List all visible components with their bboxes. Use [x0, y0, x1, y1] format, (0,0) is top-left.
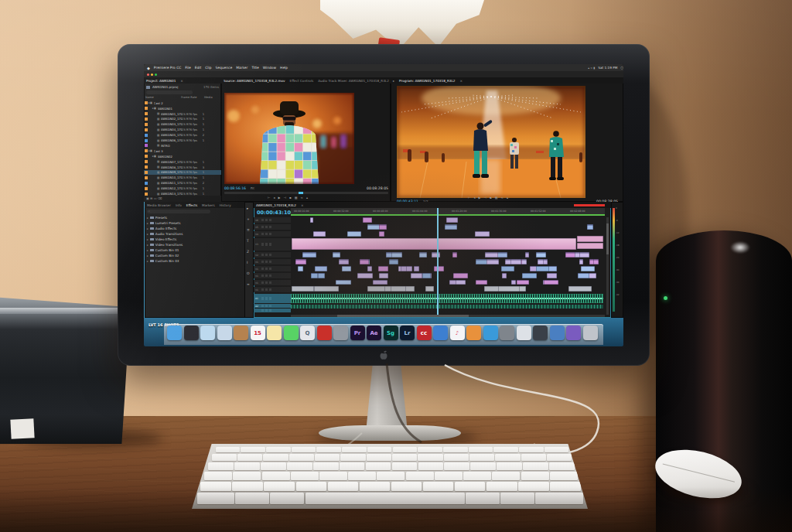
keyboard-key[interactable]: [313, 462, 339, 470]
keyboard-key[interactable]: [470, 462, 496, 470]
keyboard-key[interactable]: [340, 454, 365, 461]
keyboard-key[interactable]: [435, 472, 463, 480]
keyboard-key[interactable]: [208, 462, 234, 470]
keyboard-key[interactable]: [289, 454, 314, 461]
keyboard-key[interactable]: [497, 462, 522, 470]
keyboard-key[interactable]: [493, 447, 518, 452]
keyboard-key[interactable]: [237, 454, 262, 461]
keyboard-key[interactable]: [393, 447, 418, 452]
keyboard-key[interactable]: [469, 447, 493, 452]
keyboard-key[interactable]: [495, 454, 520, 461]
keyboard-key[interactable]: [392, 454, 417, 461]
keyboard-key[interactable]: [234, 462, 260, 470]
desk-front-edge: [0, 487, 792, 532]
keyboard-key[interactable]: [523, 462, 548, 470]
keyboard-key[interactable]: [241, 447, 265, 452]
keyboard-key[interactable]: [366, 462, 391, 470]
keyboard-key[interactable]: [367, 454, 391, 461]
keyboard-key[interactable]: [319, 472, 347, 480]
keyboard-key[interactable]: [262, 472, 290, 480]
keyboard-key[interactable]: [212, 454, 237, 461]
keyboard-key[interactable]: [261, 462, 286, 470]
keyboard-key[interactable]: [348, 472, 376, 480]
keyboard-key[interactable]: [521, 454, 546, 461]
keyboard-key[interactable]: [316, 447, 341, 452]
keyboard-key[interactable]: [287, 462, 312, 470]
keyboard-key[interactable]: [342, 447, 367, 452]
keyboard-key[interactable]: [519, 447, 544, 452]
playhead[interactable]: [437, 208, 439, 315]
keyboard-key[interactable]: [444, 454, 469, 461]
keyboard-key[interactable]: [377, 472, 405, 480]
keyboard-key[interactable]: [463, 472, 491, 480]
keyboard-key[interactable]: [549, 462, 575, 470]
keyboard-key[interactable]: [315, 454, 340, 461]
keyboard-key[interactable]: [266, 447, 291, 452]
keyboard-key[interactable]: [443, 447, 468, 452]
keyboard-key[interactable]: [216, 447, 241, 452]
mouse-seam: [663, 463, 735, 482]
keyboard-key[interactable]: [444, 462, 469, 470]
keyboard-key[interactable]: [204, 472, 232, 480]
keyboard-key[interactable]: [418, 447, 442, 452]
keyboard-key[interactable]: [492, 472, 520, 480]
keyboard-key[interactable]: [418, 454, 442, 461]
keyboard-key[interactable]: [263, 454, 288, 461]
keyboard-key[interactable]: [233, 472, 261, 480]
keyboard-key[interactable]: [550, 472, 578, 480]
keyboard-key[interactable]: [544, 447, 569, 452]
keyboard-key[interactable]: [547, 454, 572, 461]
keyboard-key[interactable]: [392, 462, 418, 470]
keyboard-key[interactable]: [292, 447, 316, 452]
keyboard-key[interactable]: [367, 447, 392, 452]
keyboard-key[interactable]: [469, 454, 494, 461]
keyboard-key[interactable]: [418, 462, 444, 470]
desk-photo: ◆ Premiere Pro CCFileEditClipSequenceMar…: [0, 0, 792, 532]
keyboard-key[interactable]: [340, 462, 365, 470]
keyboard-key[interactable]: [406, 472, 434, 480]
keyboard-key[interactable]: [521, 472, 549, 480]
keyboard-key[interactable]: [291, 472, 319, 480]
